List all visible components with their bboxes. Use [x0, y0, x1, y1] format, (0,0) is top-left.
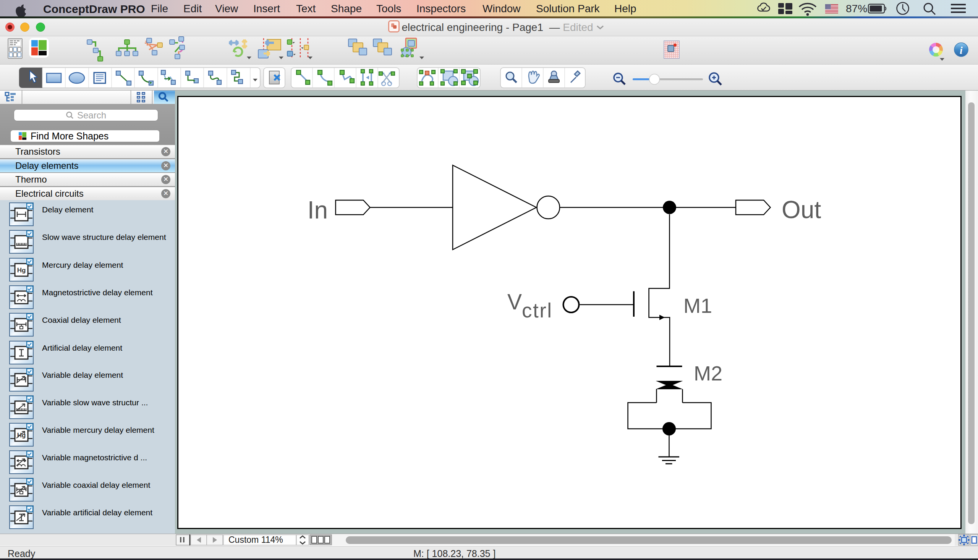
svg-text:Custom 114%: Custom 114% — [228, 535, 283, 545]
